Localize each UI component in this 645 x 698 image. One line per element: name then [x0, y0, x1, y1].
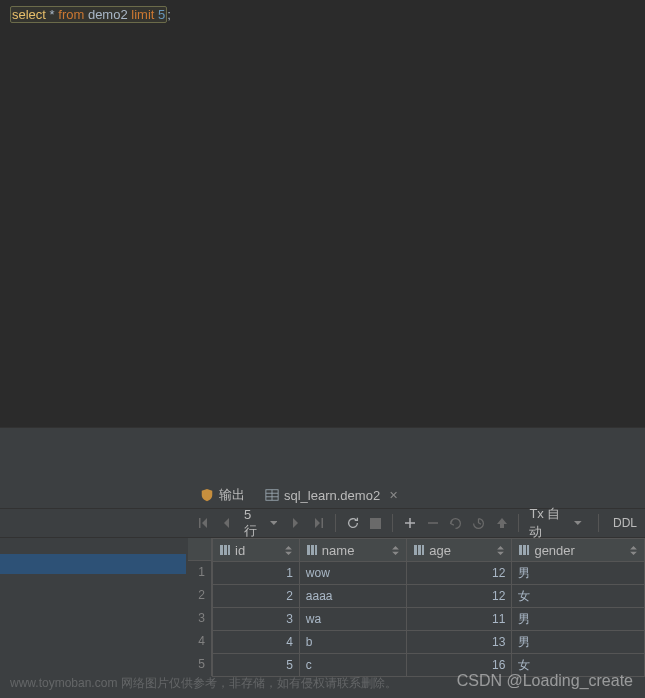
svg-rect-10	[315, 545, 317, 555]
column-header-name[interactable]: name	[299, 539, 406, 562]
column-icon	[219, 544, 231, 556]
table-row[interactable]: 3wa11男	[213, 608, 645, 631]
sort-icon	[496, 546, 505, 555]
svg-rect-11	[414, 545, 417, 555]
limit-number: 5	[158, 7, 165, 22]
revert-button[interactable]	[445, 512, 466, 534]
table-icon	[265, 488, 279, 502]
commit-button[interactable]	[468, 512, 489, 534]
cell-name[interactable]: b	[299, 631, 406, 654]
column-header-gender[interactable]: gender	[512, 539, 645, 562]
cell-name[interactable]: wow	[299, 562, 406, 585]
cell-age[interactable]: 11	[407, 608, 512, 631]
cell-name[interactable]: c	[299, 654, 406, 677]
selection-strip	[0, 554, 186, 574]
column-icon	[413, 544, 425, 556]
table-row[interactable]: 1wow12男	[213, 562, 645, 585]
column-icon	[306, 544, 318, 556]
svg-rect-4	[370, 518, 381, 529]
star-token: *	[50, 7, 55, 22]
stop-button[interactable]	[365, 512, 386, 534]
cell-age[interactable]: 13	[407, 631, 512, 654]
svg-rect-16	[527, 545, 529, 555]
sql-editor[interactable]: select * from demo2 limit 5;	[0, 0, 645, 428]
cell-gender[interactable]: 男	[512, 608, 645, 631]
cell-age[interactable]: 12	[407, 562, 512, 585]
tab-output[interactable]: 输出	[192, 482, 253, 508]
shield-icon	[200, 488, 214, 502]
watermark-text: www.toymoban.com 网络图片仅供参考，非存储，如有侵权请联系删除。	[10, 675, 397, 692]
sort-icon	[284, 546, 293, 555]
last-page-button[interactable]	[308, 512, 329, 534]
cell-id[interactable]: 2	[213, 585, 300, 608]
table-row[interactable]: 4b13男	[213, 631, 645, 654]
table-name: demo2	[88, 7, 128, 22]
row-count-label[interactable]: 5 行	[238, 507, 283, 540]
svg-rect-14	[519, 545, 522, 555]
row-gutter: 1 2 3 4 5	[188, 538, 212, 677]
cell-id[interactable]: 1	[213, 562, 300, 585]
remove-row-button[interactable]	[422, 512, 443, 534]
tab-data[interactable]: sql_learn.demo2 ✕	[257, 484, 406, 507]
cell-name[interactable]: wa	[299, 608, 406, 631]
svg-rect-7	[228, 545, 230, 555]
tab-output-label: 输出	[219, 486, 245, 504]
svg-rect-15	[523, 545, 526, 555]
cell-gender[interactable]: 男	[512, 631, 645, 654]
row-number[interactable]: 3	[188, 607, 212, 630]
table-row[interactable]: 2aaaa12女	[213, 585, 645, 608]
refresh-button[interactable]	[342, 512, 363, 534]
chevron-down-icon	[574, 519, 582, 527]
cell-gender[interactable]: 男	[512, 562, 645, 585]
keyword-limit: limit	[131, 7, 154, 22]
cell-age[interactable]: 12	[407, 585, 512, 608]
next-page-button[interactable]	[285, 512, 306, 534]
cell-gender[interactable]: 女	[512, 585, 645, 608]
column-header-id[interactable]: id	[213, 539, 300, 562]
row-number[interactable]: 5	[188, 653, 212, 676]
sort-icon	[391, 546, 400, 555]
row-number[interactable]: 4	[188, 630, 212, 653]
cell-id[interactable]: 5	[213, 654, 300, 677]
semicolon: ;	[167, 7, 171, 22]
column-header-age[interactable]: age	[407, 539, 512, 562]
svg-rect-6	[224, 545, 227, 555]
column-icon	[518, 544, 530, 556]
tab-data-label: sql_learn.demo2	[284, 488, 380, 503]
row-number[interactable]: 1	[188, 561, 212, 584]
keyword-from: from	[58, 7, 84, 22]
row-number[interactable]: 2	[188, 584, 212, 607]
watermark-text: CSDN @Loading_create	[457, 672, 633, 690]
cell-id[interactable]: 4	[213, 631, 300, 654]
sort-icon	[629, 546, 638, 555]
svg-rect-13	[422, 545, 424, 555]
close-icon[interactable]: ✕	[389, 489, 398, 502]
add-row-button[interactable]	[399, 512, 420, 534]
cell-id[interactable]: 3	[213, 608, 300, 631]
svg-rect-9	[311, 545, 314, 555]
ddl-button[interactable]: DDL	[605, 516, 645, 530]
first-page-button[interactable]	[192, 512, 213, 534]
header-row: id name age gender	[213, 539, 645, 562]
chevron-down-icon	[270, 519, 278, 527]
results-toolbar: 5 行 Tx 自动 DDL	[0, 508, 645, 538]
keyword-select: select	[12, 7, 46, 22]
svg-rect-8	[307, 545, 310, 555]
prev-page-button[interactable]	[215, 512, 236, 534]
sql-query-line: select * from demo2 limit 5;	[10, 6, 635, 24]
submit-button[interactable]	[491, 512, 512, 534]
results-panel: 输出 sql_learn.demo2 ✕ 5 行 Tx 自动 DDL 1	[0, 482, 645, 677]
cell-name[interactable]: aaaa	[299, 585, 406, 608]
svg-rect-12	[418, 545, 421, 555]
svg-rect-5	[220, 545, 223, 555]
tx-mode-dropdown[interactable]: Tx 自动	[525, 505, 586, 541]
